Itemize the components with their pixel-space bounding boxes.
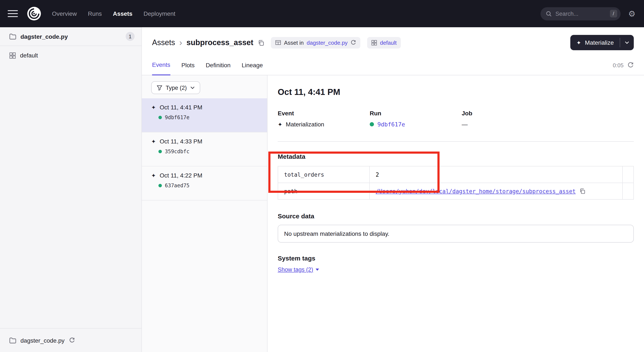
sidebar: dagster_code.py 1 default dagster_code.p… (0, 27, 142, 352)
type-filter-button[interactable]: Type (2) (151, 81, 200, 94)
sidebar-footer-code-location[interactable]: dagster_code.py (0, 328, 142, 352)
breadcrumb-assets-link[interactable]: Assets (152, 38, 175, 47)
event-detail-title: Oct 11, 4:41 PM (278, 87, 634, 97)
refresh-timer: 0:05 (613, 62, 624, 68)
field-job-label: Job (462, 110, 472, 117)
asset-in-prefix: Asset in (284, 39, 304, 46)
field-run-label: Run (370, 110, 462, 117)
sidebar-item-group-default[interactable]: default (0, 46, 142, 65)
run-id: 637aed75 (165, 183, 190, 189)
materialization-icon: ✦ (151, 172, 156, 179)
refresh-icon[interactable] (628, 62, 634, 68)
asset-in-badge[interactable]: Asset in dagster_code.py (271, 37, 360, 48)
settings-gear-icon[interactable]: ⚙ (628, 9, 636, 18)
nav-item-deployment[interactable]: Deployment (144, 10, 175, 17)
materialization-icon: ✦ (151, 138, 156, 144)
metadata-trailing-cell (622, 183, 634, 199)
caret-down-icon (316, 269, 319, 271)
sidebar-item-code-location[interactable]: dagster_code.py 1 (0, 27, 142, 46)
reload-icon[interactable] (350, 40, 356, 45)
event-list-item[interactable]: ✦ Oct 11, 4:22 PM 637aed75 (142, 166, 267, 200)
materialization-icon: ✦ (151, 104, 156, 110)
run-status-dot (370, 122, 374, 126)
materialize-label: Materialize (585, 39, 614, 46)
nav-item-overview[interactable]: Overview (52, 10, 77, 17)
field-job-value: — (462, 121, 468, 128)
nav-item-assets[interactable]: Assets (113, 10, 132, 17)
event-list-item[interactable]: ✦ Oct 11, 4:41 PM 9dbf617e (142, 98, 267, 132)
sparkle-icon: ✦ (576, 39, 581, 46)
filter-funnel-icon (157, 85, 162, 90)
nav-right: / ⚙ (540, 7, 636, 20)
tab-lineage[interactable]: Lineage (242, 62, 263, 75)
metadata-row: path /Users/yuhan/dev/local/dagster_home… (278, 183, 634, 199)
search-shortcut-badge: / (610, 10, 617, 17)
run-status-dot (158, 150, 162, 153)
field-event-label: Event (278, 110, 370, 117)
metadata-table: total_orders 2 path /Users/yuhan/dev/loc… (278, 166, 634, 200)
event-list-item[interactable]: ✦ Oct 11, 4:33 PM 359cdbfc (142, 132, 267, 166)
table-icon (275, 39, 281, 45)
metadata-trailing-cell (622, 166, 634, 183)
run-status-dot (158, 184, 162, 187)
event-time: Oct 11, 4:41 PM (160, 104, 202, 111)
group-badge[interactable]: default (367, 37, 401, 48)
asset-count-badge: 1 (126, 32, 134, 41)
search-box[interactable]: / (540, 7, 620, 20)
source-data-empty-message: No upstream materializations to display. (278, 225, 634, 243)
field-event-value: Materialization (286, 121, 324, 128)
asset-group-icon (9, 52, 16, 58)
run-id: 359cdbfc (165, 149, 190, 154)
asset-group-icon (372, 40, 377, 45)
field-event: Event ✦ Materialization (278, 110, 370, 128)
nav-item-runs[interactable]: Runs (88, 10, 102, 17)
group-badge-link[interactable]: default (380, 39, 396, 46)
run-id-link[interactable]: 9dbf617e (377, 121, 405, 128)
reload-icon[interactable] (69, 337, 75, 343)
metadata-value: 2 (370, 166, 622, 183)
show-tags-toggle[interactable]: Show tags (2) (278, 267, 319, 273)
copy-asset-name-icon[interactable] (258, 39, 264, 46)
event-time: Oct 11, 4:22 PM (160, 172, 202, 179)
search-input[interactable] (556, 10, 606, 17)
dagster-logo-icon[interactable] (27, 7, 41, 20)
breadcrumb-separator: › (179, 38, 182, 47)
menu-icon[interactable] (8, 10, 18, 17)
metadata-path-link[interactable]: /Users/yuhan/dev/local/dagster_home/stor… (376, 188, 576, 194)
search-icon (546, 10, 552, 17)
footer-code-location-label: dagster_code.py (20, 337, 64, 344)
system-tags-heading: System tags (278, 255, 634, 262)
tab-plots[interactable]: Plots (182, 62, 195, 75)
tab-bar: Events Plots Definition Lineage 0:05 (152, 52, 634, 75)
chevron-down-icon (190, 86, 194, 89)
folder-icon (9, 33, 16, 39)
materialize-dropdown-button[interactable] (620, 35, 634, 50)
code-location-label: dagster_code.py (20, 33, 68, 40)
source-data-heading: Source data (278, 212, 634, 220)
tab-definition[interactable]: Definition (206, 62, 231, 75)
copy-path-icon[interactable] (579, 188, 585, 194)
event-time: Oct 11, 4:33 PM (160, 138, 202, 145)
asset-in-code-location-link[interactable]: dagster_code.py (307, 39, 348, 46)
materialize-button[interactable]: ✦ Materialize (570, 35, 620, 50)
event-list-panel: Type (2) ✦ Oct 11, 4:41 PM 9dbf617e (142, 75, 268, 352)
folder-icon (9, 337, 16, 343)
tab-events[interactable]: Events (152, 61, 170, 75)
page-title: subprocess_asset (186, 38, 253, 47)
asset-header: Assets › subprocess_asset Asset in dagst… (142, 27, 644, 75)
field-run: Run 9dbf617e (370, 110, 462, 128)
metadata-row: total_orders 2 (278, 166, 634, 183)
materialization-icon: ✦ (278, 121, 282, 127)
run-status-dot (158, 116, 162, 119)
metadata-key: total_orders (278, 166, 370, 183)
divider (278, 141, 634, 142)
top-nav: Overview Runs Assets Deployment / ⚙ (0, 0, 644, 27)
show-tags-label: Show tags (2) (278, 267, 313, 273)
metadata-heading: Metadata (278, 153, 634, 160)
event-detail-panel: Oct 11, 4:41 PM Event ✦ Materialization … (268, 75, 644, 352)
main-nav: Overview Runs Assets Deployment (52, 10, 175, 17)
run-id: 9dbf617e (165, 114, 190, 120)
materialize-split-button: ✦ Materialize (570, 35, 634, 50)
type-filter-label: Type (2) (166, 84, 187, 91)
main-area: Assets › subprocess_asset Asset in dagst… (142, 27, 644, 352)
